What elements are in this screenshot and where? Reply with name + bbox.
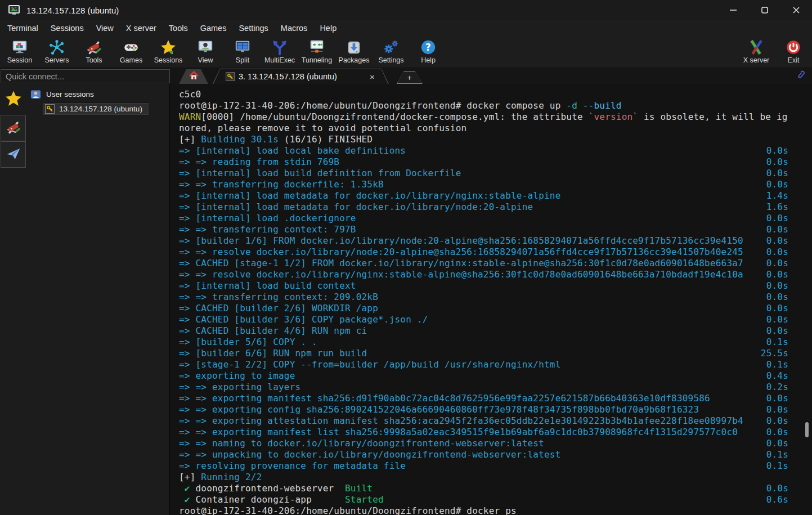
help-icon: ? xyxy=(420,39,437,56)
terminal-line-text: => [internal] load build context xyxy=(179,280,356,292)
tab-close-icon[interactable]: × xyxy=(370,73,375,81)
terminal-line-text: => => exporting attestation manifest sha… xyxy=(179,415,743,427)
terminal-line-text: WARN[0000] /home/ubuntu/Doongzifrontend/… xyxy=(179,111,788,123)
toolbar-button-label: Help xyxy=(421,56,436,64)
multiexec-icon xyxy=(271,39,288,56)
step-duration: 0.1s xyxy=(766,359,812,370)
minimize-icon xyxy=(728,5,739,16)
toolbar-button-label: Tools xyxy=(86,56,102,64)
terminal-line-text: [+] Running 2/2 xyxy=(179,472,262,483)
tree-root-user-sessions[interactable]: User sessions xyxy=(30,89,94,100)
terminal-line-text: => [internal] load metadata for docker.i… xyxy=(179,201,533,213)
servers-icon xyxy=(48,39,65,56)
paper-plane-icon xyxy=(6,146,21,164)
step-duration: 0.0s xyxy=(766,393,812,404)
terminal-line: => => exporting config sha256:8902415220… xyxy=(179,404,812,415)
swiss-knife-icon xyxy=(6,119,21,137)
terminal-line: => [internal] load build definition from… xyxy=(179,168,812,179)
favorites-star-icon[interactable] xyxy=(5,89,23,108)
new-tab-glyph: + xyxy=(397,72,422,83)
maximize-button[interactable] xyxy=(749,0,780,20)
toolbar-button-help[interactable]: ?Help xyxy=(410,38,447,64)
toolbar-button-label: Exit xyxy=(788,56,800,64)
terminal-line-text: => CACHED [builder 3/6] COPY package*.js… xyxy=(179,314,428,325)
menu-item-view[interactable]: View xyxy=(90,22,120,34)
step-duration: 0.0s xyxy=(766,325,812,337)
step-duration: 0.4s xyxy=(766,370,812,382)
toolbar-button-tunneling[interactable]: Tunneling xyxy=(298,38,335,64)
terminal-line-text: c5c0 xyxy=(179,89,201,100)
menu-item-tools[interactable]: Tools xyxy=(163,22,194,34)
menu-item-help[interactable]: Help xyxy=(313,22,343,34)
terminal-line: => => exporting manifest sha256:d91f90ab… xyxy=(179,393,812,404)
toolbar-button-label: MultiExec xyxy=(264,56,295,64)
minimize-button[interactable] xyxy=(717,0,749,20)
quick-connect-input[interactable] xyxy=(1,69,170,83)
toolbar-button-sessions[interactable]: Sessions xyxy=(150,38,187,64)
terminal-line: => [builder 6/6] RUN npm run build25.5s xyxy=(179,348,812,359)
mobaxterm-logo-icon xyxy=(7,3,21,17)
terminal-output: c5c0root@ip-172-31-40-206:/home/ubuntu/D… xyxy=(179,89,812,515)
new-tab-button[interactable]: + xyxy=(397,71,423,84)
tab-session[interactable]: 3. 13.124.157.128 (ubuntu) × xyxy=(213,69,389,84)
terminal-line: => [internal] load .dockerignore0.0s xyxy=(179,213,812,224)
toolbar-button-view[interactable]: View xyxy=(187,38,224,64)
toolbar-button-label: X server xyxy=(743,56,770,64)
menu-item-games[interactable]: Games xyxy=(194,22,233,34)
terminal-line-text: => => naming to docker.io/library/doongz… xyxy=(179,438,544,449)
terminal-line-text: => [builder 6/6] RUN npm run build xyxy=(179,348,367,359)
terminal-line-text: => exporting to image xyxy=(179,370,295,382)
terminal[interactable]: c5c0root@ip-172-31-40-206:/home/ubuntu/D… xyxy=(170,84,812,515)
settings-icon xyxy=(383,39,400,56)
terminal-line: [+] Building 30.1s (16/16) FINISHED xyxy=(179,134,812,145)
toolbar-button-x-server[interactable]: X server xyxy=(738,38,775,64)
terminal-line-text: => [builder 5/6] COPY . . xyxy=(179,337,317,348)
step-duration: 1.6s xyxy=(766,201,812,213)
terminal-line: => CACHED [stage-1 1/2] FROM docker.io/l… xyxy=(179,258,812,269)
sidebar-panel-tools[interactable] xyxy=(1,115,26,141)
terminal-line: WARN[0000] /home/ubuntu/Doongzifrontend/… xyxy=(179,111,812,123)
exit-icon xyxy=(785,39,802,56)
key-icon xyxy=(226,72,235,81)
terminal-line: => CACHED [builder 3/6] COPY package*.js… xyxy=(179,314,812,325)
menu-item-sessions[interactable]: Sessions xyxy=(44,22,90,34)
terminal-line-text: => [internal] load local bake definition… xyxy=(179,145,406,156)
toolbar-button-multiexec[interactable]: MultiExec xyxy=(261,38,298,64)
toolbar-button-split[interactable]: Split xyxy=(224,38,261,64)
toolbar-left-group: SessionServersToolsGamesSessionsViewSpli… xyxy=(1,38,447,64)
terminal-line-text: => => transferring context: 797B xyxy=(179,224,356,235)
terminal-line: => => unpacking to docker.io/library/doo… xyxy=(179,449,812,460)
terminal-line-text: => => resolve docker.io/library/node:20-… xyxy=(179,247,743,258)
mobaxterm-window: 13.124.157.128 (ubuntu) TerminalSessions… xyxy=(0,0,812,515)
toolbar-button-session[interactable]: Session xyxy=(1,38,38,64)
toolbar-button-servers[interactable]: Servers xyxy=(38,38,75,64)
toolbar-button-label: Split xyxy=(236,56,249,64)
step-duration: 0.0s xyxy=(766,314,812,325)
close-button[interactable] xyxy=(780,0,812,20)
toolbar-button-settings[interactable]: Settings xyxy=(373,38,410,64)
toolbar-button-exit[interactable]: Exit xyxy=(775,38,812,64)
menu-item-macros[interactable]: Macros xyxy=(275,22,314,34)
tree-session-item[interactable]: 13.124.157.128 (ubuntu) xyxy=(43,102,149,115)
terminal-line-text: => => reading from stdin 769B xyxy=(179,156,339,168)
tab-home[interactable] xyxy=(179,69,208,84)
menu-item-x-server[interactable]: X server xyxy=(120,22,163,34)
toolbar-button-tools[interactable]: Tools xyxy=(75,38,113,64)
step-duration: 0.0s xyxy=(766,156,812,168)
terminal-line-text: ✔ doongzifrontend-webserver Built xyxy=(179,483,373,494)
terminal-scrollbar-thumb[interactable] xyxy=(805,422,809,437)
menu-item-terminal[interactable]: Terminal xyxy=(1,22,44,34)
terminal-line: => CACHED [builder 2/6] WORKDIR /app0.0s xyxy=(179,303,812,314)
tab-session-inner: 3. 13.124.157.128 (ubuntu) × xyxy=(213,69,388,84)
step-duration: 0.1s xyxy=(766,337,812,348)
paperclip-icon[interactable] xyxy=(795,69,806,82)
terminal-line-text: => resolving provenance for metadata fil… xyxy=(179,460,406,472)
toolbar-button-packages[interactable]: Packages xyxy=(335,38,373,64)
games-icon xyxy=(123,39,140,56)
toolbar-button-games[interactable]: Games xyxy=(113,38,150,64)
sidebar-panel-send[interactable] xyxy=(1,141,26,168)
tools-icon xyxy=(86,39,102,56)
menu-item-settings[interactable]: Settings xyxy=(232,22,274,34)
terminal-line: => => transferring context: 797B0.0s xyxy=(179,224,812,235)
toolbar-button-label: Session xyxy=(7,56,32,64)
